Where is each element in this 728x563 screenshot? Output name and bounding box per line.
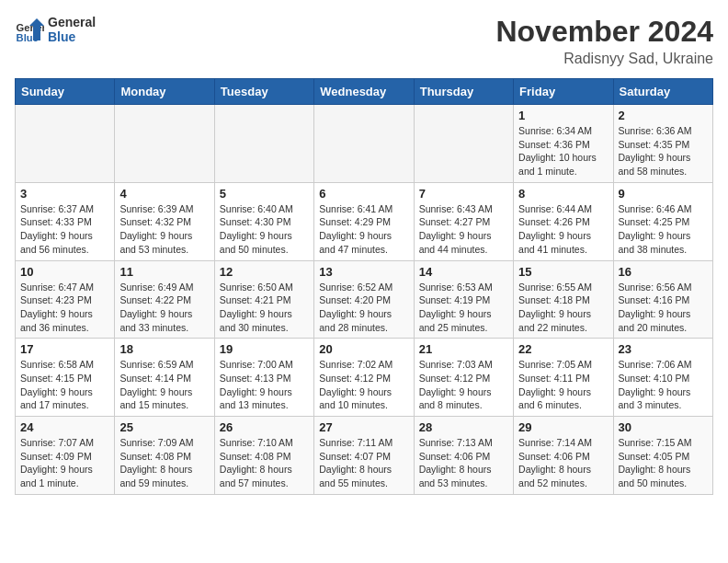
logo-blue: Blue <box>48 29 96 44</box>
day-info: Sunrise: 7:06 AM Sunset: 4:10 PM Dayligh… <box>619 358 708 412</box>
day-info: Sunrise: 7:13 AM Sunset: 4:06 PM Dayligh… <box>419 436 508 490</box>
day-info: Sunrise: 7:02 AM Sunset: 4:12 PM Dayligh… <box>319 358 408 412</box>
day-info: Sunrise: 6:47 AM Sunset: 4:23 PM Dayligh… <box>20 281 109 335</box>
weekday-header: Tuesday <box>214 79 313 105</box>
day-number: 30 <box>619 420 708 434</box>
day-number: 14 <box>419 265 508 279</box>
logo-icon: General Blue <box>15 15 44 44</box>
calendar-cell: 30Sunrise: 7:15 AM Sunset: 4:05 PM Dayli… <box>613 417 712 495</box>
day-info: Sunrise: 6:41 AM Sunset: 4:29 PM Dayligh… <box>319 202 408 257</box>
weekday-header: Saturday <box>613 79 712 105</box>
day-number: 17 <box>20 342 109 356</box>
calendar-cell: 1Sunrise: 6:34 AM Sunset: 4:36 PM Daylig… <box>514 105 613 183</box>
day-info: Sunrise: 6:46 AM Sunset: 4:25 PM Dayligh… <box>619 202 708 257</box>
day-number: 2 <box>619 109 708 122</box>
calendar-cell: 26Sunrise: 7:10 AM Sunset: 4:08 PM Dayli… <box>214 417 313 495</box>
day-info: Sunrise: 6:58 AM Sunset: 4:15 PM Dayligh… <box>20 358 109 412</box>
day-number: 26 <box>220 420 309 434</box>
day-info: Sunrise: 7:14 AM Sunset: 4:06 PM Dayligh… <box>518 436 608 490</box>
weekday-header: Friday <box>514 79 613 105</box>
day-number: 21 <box>419 342 508 356</box>
calendar-cell: 22Sunrise: 7:05 AM Sunset: 4:11 PM Dayli… <box>514 339 613 417</box>
calendar-week-row: 3Sunrise: 6:37 AM Sunset: 4:33 PM Daylig… <box>16 182 713 260</box>
day-info: Sunrise: 6:43 AM Sunset: 4:27 PM Dayligh… <box>419 202 508 257</box>
day-number: 9 <box>619 187 708 201</box>
day-info: Sunrise: 6:40 AM Sunset: 4:30 PM Dayligh… <box>220 202 309 257</box>
calendar-cell: 11Sunrise: 6:49 AM Sunset: 4:22 PM Dayli… <box>115 260 214 339</box>
weekday-header: Monday <box>115 79 214 105</box>
calendar-week-row: 24Sunrise: 7:07 AM Sunset: 4:09 PM Dayli… <box>16 417 713 495</box>
day-number: 7 <box>419 187 508 201</box>
weekday-header-row: SundayMondayTuesdayWednesdayThursdayFrid… <box>16 79 713 105</box>
day-number: 29 <box>518 420 608 434</box>
calendar-cell <box>414 105 513 183</box>
day-info: Sunrise: 6:59 AM Sunset: 4:14 PM Dayligh… <box>119 358 209 412</box>
day-number: 16 <box>619 265 708 279</box>
location-subtitle: Radisnyy Sad, Ukraine <box>495 51 713 67</box>
day-number: 13 <box>319 265 408 279</box>
calendar-cell: 9Sunrise: 6:46 AM Sunset: 4:25 PM Daylig… <box>613 182 712 260</box>
calendar-cell: 4Sunrise: 6:39 AM Sunset: 4:32 PM Daylig… <box>115 182 214 260</box>
day-number: 15 <box>518 265 608 279</box>
calendar-cell: 29Sunrise: 7:14 AM Sunset: 4:06 PM Dayli… <box>514 417 613 495</box>
calendar-cell: 12Sunrise: 6:50 AM Sunset: 4:21 PM Dayli… <box>214 260 313 339</box>
day-info: Sunrise: 7:11 AM Sunset: 4:07 PM Dayligh… <box>319 436 408 490</box>
day-info: Sunrise: 6:37 AM Sunset: 4:33 PM Dayligh… <box>20 202 109 257</box>
day-info: Sunrise: 7:10 AM Sunset: 4:08 PM Dayligh… <box>220 436 309 490</box>
title-section: November 2024 Radisnyy Sad, Ukraine <box>495 15 713 67</box>
day-number: 3 <box>20 187 109 201</box>
calendar-cell <box>115 105 214 183</box>
day-info: Sunrise: 6:50 AM Sunset: 4:21 PM Dayligh… <box>220 281 309 335</box>
day-info: Sunrise: 6:56 AM Sunset: 4:16 PM Dayligh… <box>619 281 708 335</box>
calendar-cell: 16Sunrise: 6:56 AM Sunset: 4:16 PM Dayli… <box>613 260 712 339</box>
day-number: 20 <box>319 342 408 356</box>
calendar-cell: 14Sunrise: 6:53 AM Sunset: 4:19 PM Dayli… <box>414 260 513 339</box>
calendar-cell: 24Sunrise: 7:07 AM Sunset: 4:09 PM Dayli… <box>16 417 115 495</box>
calendar-cell: 17Sunrise: 6:58 AM Sunset: 4:15 PM Dayli… <box>16 339 115 417</box>
day-info: Sunrise: 7:15 AM Sunset: 4:05 PM Dayligh… <box>619 436 708 490</box>
page-header: General Blue General Blue November 2024 … <box>15 15 713 67</box>
day-info: Sunrise: 6:52 AM Sunset: 4:20 PM Dayligh… <box>319 281 408 335</box>
calendar-table: SundayMondayTuesdayWednesdayThursdayFrid… <box>15 78 713 495</box>
day-number: 19 <box>220 342 309 356</box>
day-number: 27 <box>319 420 408 434</box>
calendar-cell: 5Sunrise: 6:40 AM Sunset: 4:30 PM Daylig… <box>214 182 313 260</box>
calendar-cell <box>214 105 313 183</box>
logo-general: General <box>48 15 96 29</box>
calendar-cell: 19Sunrise: 7:00 AM Sunset: 4:13 PM Dayli… <box>214 339 313 417</box>
calendar-cell <box>314 105 414 183</box>
day-info: Sunrise: 6:44 AM Sunset: 4:26 PM Dayligh… <box>518 202 608 257</box>
day-number: 8 <box>518 187 608 201</box>
day-info: Sunrise: 7:03 AM Sunset: 4:12 PM Dayligh… <box>419 358 508 412</box>
day-number: 22 <box>518 342 608 356</box>
calendar-cell <box>16 105 115 183</box>
month-title: November 2024 <box>495 15 713 49</box>
calendar-cell: 15Sunrise: 6:55 AM Sunset: 4:18 PM Dayli… <box>514 260 613 339</box>
calendar-cell: 28Sunrise: 7:13 AM Sunset: 4:06 PM Dayli… <box>414 417 513 495</box>
day-number: 1 <box>518 109 608 122</box>
day-number: 28 <box>419 420 508 434</box>
calendar-cell: 2Sunrise: 6:36 AM Sunset: 4:35 PM Daylig… <box>613 105 712 183</box>
calendar-week-row: 10Sunrise: 6:47 AM Sunset: 4:23 PM Dayli… <box>16 260 713 339</box>
calendar-cell: 8Sunrise: 6:44 AM Sunset: 4:26 PM Daylig… <box>514 182 613 260</box>
calendar-week-row: 1Sunrise: 6:34 AM Sunset: 4:36 PM Daylig… <box>16 105 713 183</box>
weekday-header: Sunday <box>16 79 115 105</box>
day-number: 10 <box>20 265 109 279</box>
day-number: 4 <box>119 187 209 201</box>
calendar-cell: 13Sunrise: 6:52 AM Sunset: 4:20 PM Dayli… <box>314 260 414 339</box>
day-info: Sunrise: 6:39 AM Sunset: 4:32 PM Dayligh… <box>119 202 209 257</box>
day-info: Sunrise: 6:34 AM Sunset: 4:36 PM Dayligh… <box>518 124 608 178</box>
calendar-cell: 20Sunrise: 7:02 AM Sunset: 4:12 PM Dayli… <box>314 339 414 417</box>
calendar-cell: 18Sunrise: 6:59 AM Sunset: 4:14 PM Dayli… <box>115 339 214 417</box>
day-number: 6 <box>319 187 408 201</box>
day-number: 25 <box>119 420 209 434</box>
day-number: 12 <box>220 265 309 279</box>
day-number: 24 <box>20 420 109 434</box>
day-info: Sunrise: 6:53 AM Sunset: 4:19 PM Dayligh… <box>419 281 508 335</box>
calendar-cell: 23Sunrise: 7:06 AM Sunset: 4:10 PM Dayli… <box>613 339 712 417</box>
day-info: Sunrise: 6:36 AM Sunset: 4:35 PM Dayligh… <box>619 124 708 178</box>
logo: General Blue General Blue <box>15 15 96 44</box>
day-info: Sunrise: 6:55 AM Sunset: 4:18 PM Dayligh… <box>518 281 608 335</box>
calendar-week-row: 17Sunrise: 6:58 AM Sunset: 4:15 PM Dayli… <box>16 339 713 417</box>
day-number: 5 <box>220 187 309 201</box>
